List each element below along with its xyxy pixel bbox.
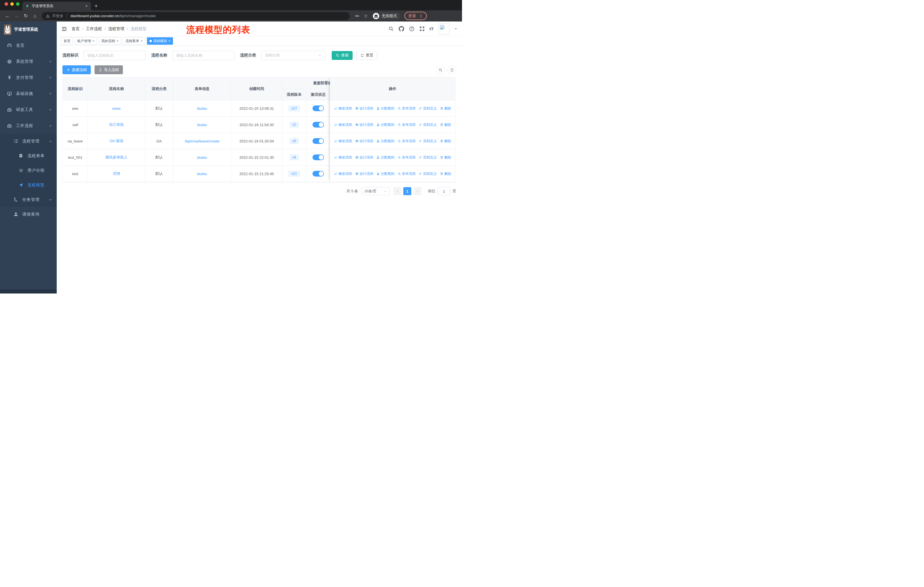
process-definition-link[interactable]: 流程定义 xyxy=(419,122,437,127)
sidebar-item-process-model[interactable]: 流程模型 xyxy=(0,178,57,192)
process-name-link[interactable]: 测试多审批人 xyxy=(88,149,145,165)
breadcrumb-process-mgmt[interactable]: 流程管理 xyxy=(108,26,124,31)
bookmark-star-icon[interactable]: ☆ xyxy=(364,13,368,19)
tab-process-model[interactable]: 流程模型× xyxy=(147,37,173,45)
github-icon[interactable] xyxy=(399,26,404,31)
modify-process-link[interactable]: 修改流程 xyxy=(334,171,352,176)
key-icon[interactable] xyxy=(355,13,360,18)
font-size-icon[interactable]: tT xyxy=(430,26,434,31)
sidebar-item-user-group[interactable]: 用户分组 xyxy=(0,163,57,178)
browser-menu-icon[interactable]: ⋮ xyxy=(419,13,423,19)
next-page-button[interactable] xyxy=(413,187,421,195)
delete-link[interactable]: 删除 xyxy=(440,171,451,176)
design-process-link[interactable]: 设计流程 xyxy=(355,171,373,176)
new-tab-button[interactable]: + xyxy=(94,2,98,10)
publish-process-link[interactable]: 发布流程 xyxy=(398,106,416,111)
zoom-window-button[interactable] xyxy=(16,2,20,6)
forward-button[interactable]: → xyxy=(13,13,21,19)
close-icon[interactable]: × xyxy=(92,39,94,43)
process-name-link[interactable]: OA 请假 xyxy=(88,133,145,149)
design-process-link[interactable]: 设计流程 xyxy=(355,155,373,160)
sidebar-fold-icon[interactable] xyxy=(61,26,67,32)
delete-link[interactable]: 删除 xyxy=(440,122,451,127)
delete-link[interactable]: 删除 xyxy=(440,155,451,160)
form-info-link[interactable]: /bpm/oa/leave/create xyxy=(173,133,231,149)
design-process-link[interactable]: 设计流程 xyxy=(355,139,373,144)
process-definition-link[interactable]: 流程定义 xyxy=(419,171,437,176)
page-size-select[interactable]: 10条/页 xyxy=(362,187,389,195)
modify-process-link[interactable]: 修改流程 xyxy=(334,139,352,144)
assign-rule-link[interactable]: 分配规则 xyxy=(376,122,394,127)
process-name-link[interactable]: eeee xyxy=(88,100,145,116)
fullscreen-icon[interactable] xyxy=(419,26,425,31)
tab-home[interactable]: 首页 xyxy=(61,37,73,45)
sidebar-collapse-bar[interactable] xyxy=(0,289,57,293)
process-name-link[interactable]: 滔博 xyxy=(88,166,145,182)
breadcrumb-workflow[interactable]: 工作流程 xyxy=(86,26,102,31)
close-icon[interactable]: × xyxy=(168,39,170,43)
delete-link[interactable]: 删除 xyxy=(440,106,451,111)
security-label[interactable]: 不安全 xyxy=(52,13,63,19)
active-toggle[interactable] xyxy=(312,171,324,177)
sidebar-item-system[interactable]: 系统管理 xyxy=(0,54,57,69)
form-info-link[interactable]: biubiu xyxy=(173,149,231,165)
publish-process-link[interactable]: 发布流程 xyxy=(398,122,416,127)
active-toggle[interactable] xyxy=(312,106,324,111)
active-toggle[interactable] xyxy=(312,122,324,127)
assign-rule-link[interactable]: 分配规则 xyxy=(376,155,394,160)
browser-tab[interactable]: 芋道管理系统 × xyxy=(22,2,91,10)
show-search-button[interactable] xyxy=(436,65,445,74)
modify-process-link[interactable]: 修改流程 xyxy=(334,106,352,111)
sidebar-item-task-mgmt[interactable]: 任务管理 xyxy=(0,192,57,207)
url-text[interactable]: dashboard.yudao.iocoder.cn/bpm/manager/m… xyxy=(71,14,155,18)
active-toggle[interactable] xyxy=(312,138,324,144)
update-browser-button[interactable]: 更新 ⋮ xyxy=(404,12,427,20)
import-process-button[interactable]: 导入流程 xyxy=(94,65,123,74)
form-info-link[interactable]: biubiu xyxy=(173,166,231,182)
delete-link[interactable]: 删除 xyxy=(440,139,451,144)
sidebar-item-process-form[interactable]: 流程表单 xyxy=(0,149,57,163)
search-icon[interactable] xyxy=(388,26,394,31)
tab-my-process[interactable]: 我的流程× xyxy=(99,37,121,45)
close-icon[interactable]: × xyxy=(117,39,119,43)
close-tab-icon[interactable]: × xyxy=(85,4,88,8)
home-button[interactable]: ⌂ xyxy=(31,13,39,19)
minimize-window-button[interactable] xyxy=(10,2,14,6)
publish-process-link[interactable]: 发布流程 xyxy=(398,139,416,144)
assign-rule-link[interactable]: 分配规则 xyxy=(376,106,394,111)
assign-rule-link[interactable]: 分配规则 xyxy=(376,139,394,144)
active-toggle[interactable] xyxy=(312,154,324,160)
close-window-button[interactable] xyxy=(5,2,8,6)
refresh-table-button[interactable] xyxy=(447,65,456,74)
publish-process-link[interactable]: 发布流程 xyxy=(398,171,416,176)
sidebar-item-workflow[interactable]: 工作流程 xyxy=(0,118,57,134)
process-name-input[interactable] xyxy=(172,51,234,60)
design-process-link[interactable]: 设计流程 xyxy=(355,122,373,127)
tab-process-form[interactable]: 流程表单× xyxy=(123,37,145,45)
design-process-link[interactable]: 设计流程 xyxy=(355,106,373,111)
url-bar[interactable]: 不安全 dashboard.yudao.iocoder.cn/bpm/manag… xyxy=(42,12,350,20)
form-info-link[interactable]: biubiu xyxy=(173,100,231,116)
current-page-button[interactable]: 1 xyxy=(403,187,411,195)
help-icon[interactable] xyxy=(409,26,414,31)
process-definition-link[interactable]: 流程定义 xyxy=(419,155,437,160)
goto-page-input[interactable] xyxy=(438,187,450,195)
sidebar-item-process-mgmt[interactable]: 流程管理 xyxy=(0,134,57,149)
sidebar-item-home[interactable]: 首页 xyxy=(0,38,57,54)
sidebar-item-payment[interactable]: ¥ 支付管理 xyxy=(0,69,57,86)
prev-page-button[interactable] xyxy=(393,187,401,195)
process-name-link[interactable]: 自己审批 xyxy=(88,117,145,133)
reset-button[interactable]: 重置 xyxy=(356,51,377,60)
avatar[interactable] xyxy=(439,23,449,35)
create-process-button[interactable]: 新建流程 xyxy=(63,65,91,74)
form-info-link[interactable]: biubiu xyxy=(173,117,231,133)
publish-process-link[interactable]: 发布流程 xyxy=(398,155,416,160)
breadcrumb-home[interactable]: 首页 xyxy=(72,26,80,31)
process-definition-link[interactable]: 流程定义 xyxy=(419,106,437,111)
search-button[interactable]: 搜索 xyxy=(332,51,353,60)
reload-button[interactable]: ↻ xyxy=(22,13,30,19)
process-definition-link[interactable]: 流程定义 xyxy=(419,139,437,144)
assign-rule-link[interactable]: 分配规则 xyxy=(376,171,394,176)
modify-process-link[interactable]: 修改流程 xyxy=(334,122,352,127)
tab-tenant[interactable]: 租户管理× xyxy=(75,37,97,45)
